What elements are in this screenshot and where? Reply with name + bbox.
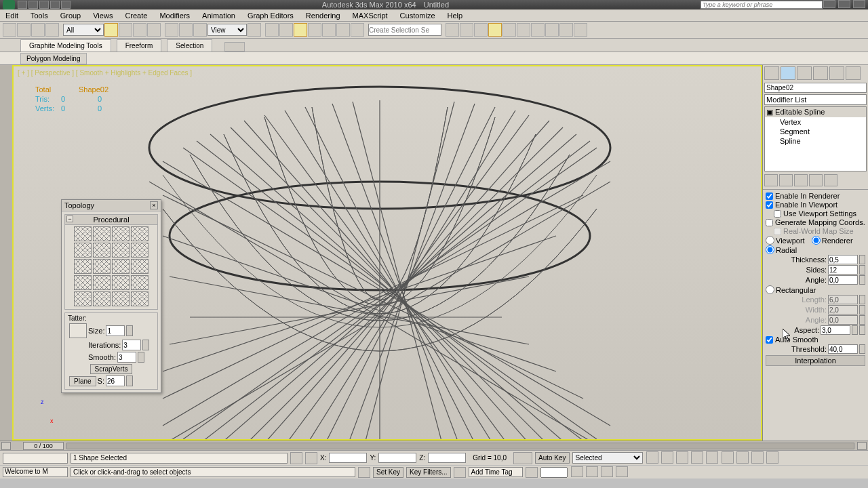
remove-modifier-icon[interactable] [809, 174, 823, 186]
show-end-result-icon[interactable] [779, 174, 793, 186]
stack-vertex[interactable]: Vertex [765, 117, 866, 127]
thickness-input[interactable] [828, 255, 858, 264]
interpolation-rollout-title[interactable]: Interpolation [766, 355, 865, 366]
rotate-icon[interactable] [179, 23, 193, 37]
time-tag-icon[interactable] [454, 467, 466, 478]
arc-rotate-icon[interactable] [586, 466, 598, 477]
close-icon[interactable] [853, 0, 865, 8]
time-scrubber[interactable]: 0 / 100 [23, 442, 64, 450]
menu-help[interactable]: Help [448, 12, 463, 20]
minimize-icon[interactable] [823, 0, 835, 8]
qat-undo-icon[interactable] [50, 1, 60, 9]
render-setup-icon[interactable] [545, 23, 559, 37]
stack-segment[interactable]: Segment [765, 127, 866, 136]
mirror-icon[interactable] [446, 23, 459, 37]
use-viewport-settings-checkbox[interactable] [774, 210, 781, 218]
rectangular-radio[interactable] [766, 285, 774, 294]
menu-animation[interactable]: Animation [202, 12, 235, 20]
menu-maxscript[interactable]: MAXScript [353, 12, 388, 20]
pattern-button[interactable] [112, 275, 130, 290]
layers-icon[interactable] [474, 23, 488, 37]
move-icon[interactable] [165, 23, 178, 37]
set-key-button[interactable]: Set Key [373, 467, 403, 478]
hierarchy-tab-icon[interactable] [797, 66, 812, 80]
select-rect-icon[interactable] [133, 23, 146, 37]
smooth-spinner[interactable] [138, 352, 144, 363]
qat-open-icon[interactable] [28, 1, 38, 9]
qat-save-icon[interactable] [39, 1, 49, 9]
zoom-all-icon[interactable] [736, 451, 749, 464]
link-icon[interactable] [31, 23, 45, 37]
renderer-radio[interactable] [812, 236, 821, 245]
zoom-icon[interactable] [722, 451, 734, 464]
pattern-button[interactable] [93, 259, 111, 274]
graphite-ribbon-icon[interactable] [488, 23, 502, 37]
manipulate-icon[interactable] [265, 23, 279, 37]
size-spinner[interactable] [126, 325, 133, 336]
prev-frame-icon[interactable] [661, 451, 673, 464]
s-spinner[interactable] [126, 375, 133, 386]
modifier-list-dropdown[interactable]: Modifier List [764, 94, 867, 105]
window-crossing-icon[interactable] [147, 23, 161, 37]
schematic-view-icon[interactable] [517, 23, 530, 37]
utilities-tab-icon[interactable] [846, 66, 861, 80]
stack-editable-spline[interactable]: ▣ Editable Spline [765, 107, 866, 117]
threshold-input[interactable] [828, 344, 858, 354]
menu-create[interactable]: Create [125, 12, 147, 20]
key-mode-dropdown[interactable]: Selected [572, 452, 643, 464]
angle-snap-icon[interactable] [308, 23, 321, 37]
named-selection-input[interactable] [368, 24, 441, 36]
percent-snap-icon[interactable] [322, 23, 336, 37]
object-name-input[interactable] [764, 83, 867, 93]
radial-radio[interactable] [766, 245, 774, 254]
pattern-button[interactable] [112, 243, 130, 258]
collapse-icon[interactable]: − [66, 216, 73, 222]
x-input[interactable] [329, 453, 367, 463]
ribbon-pin-icon[interactable] [224, 42, 245, 52]
help-search-input[interactable] [701, 1, 823, 9]
enable-viewport-checkbox[interactable] [766, 201, 773, 209]
spinner-snap-icon[interactable] [336, 23, 350, 37]
make-unique-icon[interactable] [794, 174, 808, 186]
pattern-button[interactable] [74, 226, 92, 241]
time-config-icon[interactable] [526, 467, 538, 478]
undo-icon[interactable] [3, 23, 16, 37]
rendered-frame-icon[interactable] [559, 23, 573, 37]
iterations-spinner[interactable] [142, 340, 149, 350]
pattern-button[interactable] [112, 291, 130, 306]
auto-smooth-checkbox[interactable] [766, 336, 773, 344]
angle-input[interactable] [828, 275, 858, 285]
motion-tab-icon[interactable] [813, 66, 828, 80]
use-center-icon[interactable] [248, 23, 261, 37]
play-icon[interactable] [676, 451, 688, 464]
menu-modifiers[interactable]: Modifiers [159, 12, 190, 20]
tab-selection[interactable]: Selection [167, 39, 212, 52]
configure-sets-icon[interactable] [824, 174, 837, 186]
polygon-modeling-button[interactable]: Polygon Modeling [20, 53, 87, 64]
pattern-button[interactable] [74, 275, 92, 290]
add-time-tag[interactable]: Add Time Tag [469, 467, 523, 477]
threshold-spinner[interactable] [859, 344, 865, 354]
pattern-button[interactable] [74, 291, 92, 306]
tab-graphite-modeling[interactable]: Graphite Modeling Tools [20, 39, 111, 52]
modify-tab-icon[interactable] [781, 66, 795, 80]
topology-panel[interactable]: Topology× −Procedural Tatter: Size: Iter… [61, 199, 161, 393]
iterations-input[interactable] [122, 340, 141, 350]
select-object-icon[interactable] [104, 23, 118, 37]
snap-toggle-icon[interactable] [294, 23, 307, 37]
sides-spinner[interactable] [859, 265, 865, 274]
pattern-button[interactable] [93, 291, 111, 306]
scrapverts-button[interactable]: ScrapVerts [90, 364, 133, 374]
pattern-button[interactable] [131, 291, 149, 306]
unlink-icon[interactable] [45, 23, 59, 37]
tab-freeform[interactable]: Freeform [117, 39, 162, 52]
pattern-button[interactable] [131, 243, 149, 258]
aspect-spinner[interactable] [852, 325, 858, 335]
lock-selection-icon[interactable] [290, 452, 302, 464]
qat-redo-icon[interactable] [61, 1, 71, 9]
redo-icon[interactable] [17, 23, 31, 37]
pattern-button[interactable] [74, 243, 92, 258]
y-input[interactable] [378, 453, 416, 463]
pattern-button[interactable] [74, 259, 92, 274]
timeline-right-icon[interactable] [857, 442, 867, 450]
